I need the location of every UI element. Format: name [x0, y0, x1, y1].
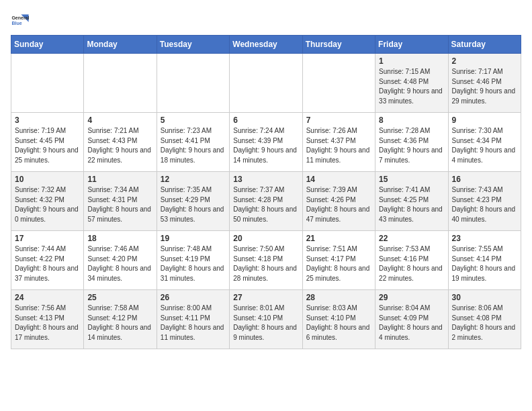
day-info: Sunrise: 7:39 AM Sunset: 4:26 PM Dayligh…: [306, 185, 371, 224]
calendar-cell: 18Sunrise: 7:46 AM Sunset: 4:20 PM Dayli…: [84, 231, 157, 290]
calendar-table: SundayMondayTuesdayWednesdayThursdayFrid…: [11, 35, 521, 349]
day-info: Sunrise: 8:03 AM Sunset: 4:10 PM Dayligh…: [306, 304, 371, 342]
day-number: 15: [379, 175, 444, 184]
day-info: Sunrise: 7:43 AM Sunset: 4:23 PM Dayligh…: [452, 185, 517, 224]
calendar-header: SundayMondayTuesdayWednesdayThursdayFrid…: [11, 36, 521, 54]
weekday-header: Sunday: [11, 36, 84, 54]
calendar-cell: 17Sunrise: 7:44 AM Sunset: 4:22 PM Dayli…: [11, 231, 84, 290]
calendar-cell: 10Sunrise: 7:32 AM Sunset: 4:32 PM Dayli…: [11, 172, 84, 231]
calendar-cell: 1Sunrise: 7:15 AM Sunset: 4:48 PM Daylig…: [375, 54, 448, 113]
day-info: Sunrise: 7:23 AM Sunset: 4:41 PM Dayligh…: [161, 126, 226, 165]
calendar-cell: 24Sunrise: 7:56 AM Sunset: 4:13 PM Dayli…: [11, 290, 84, 349]
day-info: Sunrise: 7:46 AM Sunset: 4:20 PM Dayligh…: [87, 244, 152, 283]
day-number: 10: [15, 175, 80, 184]
day-number: 7: [306, 116, 371, 125]
day-info: Sunrise: 7:55 AM Sunset: 4:14 PM Dayligh…: [452, 244, 517, 283]
day-number: 26: [161, 293, 226, 302]
day-info: Sunrise: 8:04 AM Sunset: 4:09 PM Dayligh…: [379, 304, 444, 342]
day-number: 23: [452, 234, 517, 243]
day-info: Sunrise: 8:01 AM Sunset: 4:10 PM Dayligh…: [233, 304, 298, 342]
calendar-cell: 27Sunrise: 8:01 AM Sunset: 4:10 PM Dayli…: [230, 290, 302, 349]
day-number: 4: [87, 116, 152, 125]
day-info: Sunrise: 7:51 AM Sunset: 4:17 PM Dayligh…: [306, 244, 371, 283]
day-number: 30: [452, 293, 517, 302]
day-info: Sunrise: 7:21 AM Sunset: 4:43 PM Dayligh…: [87, 126, 152, 165]
day-info: Sunrise: 7:26 AM Sunset: 4:37 PM Dayligh…: [306, 126, 371, 165]
day-info: Sunrise: 7:53 AM Sunset: 4:16 PM Dayligh…: [379, 244, 444, 283]
day-info: Sunrise: 8:06 AM Sunset: 4:08 PM Dayligh…: [452, 304, 517, 342]
calendar-cell: 2Sunrise: 7:17 AM Sunset: 4:46 PM Daylig…: [448, 54, 521, 113]
day-number: 9: [452, 116, 517, 125]
day-number: 19: [161, 234, 226, 243]
day-info: Sunrise: 7:56 AM Sunset: 4:13 PM Dayligh…: [15, 304, 80, 342]
day-number: 20: [233, 234, 298, 243]
calendar-cell: 23Sunrise: 7:55 AM Sunset: 4:14 PM Dayli…: [448, 231, 521, 290]
weekday-header: Wednesday: [230, 36, 302, 54]
calendar-cell: 30Sunrise: 8:06 AM Sunset: 4:08 PM Dayli…: [448, 290, 521, 349]
calendar-cell: 29Sunrise: 8:04 AM Sunset: 4:09 PM Dayli…: [375, 290, 448, 349]
day-info: Sunrise: 7:58 AM Sunset: 4:12 PM Dayligh…: [87, 304, 152, 342]
calendar-cell: 28Sunrise: 8:03 AM Sunset: 4:10 PM Dayli…: [302, 290, 375, 349]
calendar-cell: 22Sunrise: 7:53 AM Sunset: 4:16 PM Dayli…: [375, 231, 448, 290]
calendar-cell: 14Sunrise: 7:39 AM Sunset: 4:26 PM Dayli…: [302, 172, 375, 231]
calendar-cell: 8Sunrise: 7:28 AM Sunset: 4:36 PM Daylig…: [375, 113, 448, 172]
day-number: 18: [87, 234, 152, 243]
calendar-cell: 7Sunrise: 7:26 AM Sunset: 4:37 PM Daylig…: [302, 113, 375, 172]
calendar-cell: 13Sunrise: 7:37 AM Sunset: 4:28 PM Dayli…: [230, 172, 302, 231]
weekday-header: Monday: [84, 36, 157, 54]
day-number: 24: [15, 293, 80, 302]
day-number: 3: [15, 116, 80, 125]
svg-text:Blue: Blue: [11, 21, 21, 26]
day-number: 11: [87, 175, 152, 184]
day-number: 5: [161, 116, 226, 125]
calendar-cell: 21Sunrise: 7:51 AM Sunset: 4:17 PM Dayli…: [302, 231, 375, 290]
svg-text:General: General: [11, 15, 29, 20]
day-info: Sunrise: 7:15 AM Sunset: 4:48 PM Dayligh…: [379, 67, 444, 106]
day-number: 29: [379, 293, 444, 302]
day-info: Sunrise: 7:34 AM Sunset: 4:31 PM Dayligh…: [87, 185, 152, 224]
calendar-cell: 12Sunrise: 7:35 AM Sunset: 4:29 PM Dayli…: [157, 172, 229, 231]
day-number: 16: [452, 175, 517, 184]
weekday-header: Saturday: [448, 36, 521, 54]
calendar-cell: 26Sunrise: 8:00 AM Sunset: 4:11 PM Dayli…: [157, 290, 229, 349]
day-info: Sunrise: 7:32 AM Sunset: 4:32 PM Dayligh…: [15, 185, 80, 224]
day-number: 8: [379, 116, 444, 125]
day-number: 21: [306, 234, 371, 243]
calendar-cell: 4Sunrise: 7:21 AM Sunset: 4:43 PM Daylig…: [84, 113, 157, 172]
weekday-header: Thursday: [302, 36, 375, 54]
day-number: 6: [233, 116, 298, 125]
day-number: 28: [306, 293, 371, 302]
day-info: Sunrise: 7:19 AM Sunset: 4:45 PM Dayligh…: [15, 126, 80, 165]
calendar-cell: 11Sunrise: 7:34 AM Sunset: 4:31 PM Dayli…: [84, 172, 157, 231]
calendar-cell: [84, 54, 157, 113]
weekday-header: Friday: [375, 36, 448, 54]
calendar-cell: 6Sunrise: 7:24 AM Sunset: 4:39 PM Daylig…: [230, 113, 302, 172]
calendar-cell: 20Sunrise: 7:50 AM Sunset: 4:18 PM Dayli…: [230, 231, 302, 290]
calendar-cell: 3Sunrise: 7:19 AM Sunset: 4:45 PM Daylig…: [11, 113, 84, 172]
day-info: Sunrise: 7:28 AM Sunset: 4:36 PM Dayligh…: [379, 126, 444, 165]
day-number: 13: [233, 175, 298, 184]
day-info: Sunrise: 7:48 AM Sunset: 4:19 PM Dayligh…: [161, 244, 226, 283]
calendar-cell: 25Sunrise: 7:58 AM Sunset: 4:12 PM Dayli…: [84, 290, 157, 349]
day-number: 12: [161, 175, 226, 184]
logo: General Blue: [11, 11, 30, 30]
calendar-cell: 19Sunrise: 7:48 AM Sunset: 4:19 PM Dayli…: [157, 231, 229, 290]
page-header: General Blue: [11, 11, 521, 30]
day-number: 25: [87, 293, 152, 302]
logo-icon: General Blue: [11, 11, 30, 30]
calendar-cell: 9Sunrise: 7:30 AM Sunset: 4:34 PM Daylig…: [448, 113, 521, 172]
day-info: Sunrise: 7:35 AM Sunset: 4:29 PM Dayligh…: [161, 185, 226, 224]
calendar-cell: 5Sunrise: 7:23 AM Sunset: 4:41 PM Daylig…: [157, 113, 229, 172]
day-info: Sunrise: 7:37 AM Sunset: 4:28 PM Dayligh…: [233, 185, 298, 224]
day-info: Sunrise: 8:00 AM Sunset: 4:11 PM Dayligh…: [161, 304, 226, 342]
day-number: 1: [379, 56, 444, 66]
calendar-cell: [230, 54, 302, 113]
calendar-cell: 16Sunrise: 7:43 AM Sunset: 4:23 PM Dayli…: [448, 172, 521, 231]
day-number: 27: [233, 293, 298, 302]
day-number: 17: [15, 234, 80, 243]
day-info: Sunrise: 7:44 AM Sunset: 4:22 PM Dayligh…: [15, 244, 80, 283]
calendar-cell: [11, 54, 84, 113]
calendar-cell: [302, 54, 375, 113]
calendar-cell: 15Sunrise: 7:41 AM Sunset: 4:25 PM Dayli…: [375, 172, 448, 231]
day-number: 2: [452, 56, 517, 66]
